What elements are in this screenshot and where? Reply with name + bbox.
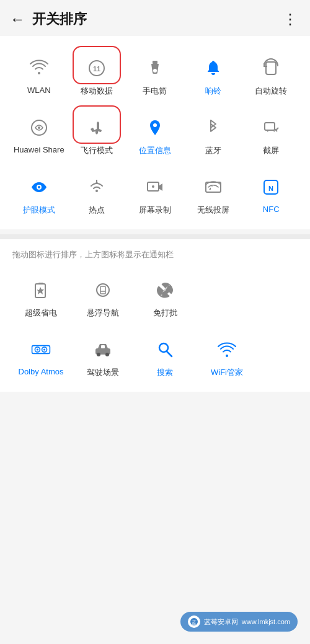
inactive-section: 拖动图标进行排序，上方图标将显示在通知栏 超级省电 [0,239,310,392]
nfc-icon-wrapper: N [257,174,285,201]
grid-item-nfc[interactable]: N NFC [242,167,300,222]
eye-icon [29,177,49,197]
grid-item-super-save[interactable]: 超级省电 [10,270,72,325]
dolby-label: Dolby Atmos [19,367,64,376]
svg-point-6 [38,126,40,129]
search-icon [155,340,175,359]
grid-item-bluetooth[interactable]: 蓝牙 [184,108,242,162]
grid-item-flashlight[interactable]: 手电筒 [126,48,184,103]
wlan-label: WLAN [27,86,51,95]
bell-icon [203,58,223,78]
flashlight-icon [145,58,165,78]
watermark: 蓝 蓝莓安卓网 www.lmkjst.com [180,612,298,632]
grid-item-hotspot[interactable]: 热点 [68,167,126,222]
wlan-icon-wrapper [25,55,53,82]
grid-item-search[interactable]: 搜索 [134,330,196,384]
svg-point-7 [153,123,157,127]
wireless-display-label: 无线投屏 [197,205,229,216]
hint-text: 拖动图标进行排序，上方图标将显示在通知栏 [0,249,310,268]
ringtone-icon-wrapper [200,55,227,82]
grid-item-ringtone[interactable]: 响铃 [184,48,242,103]
svg-point-32 [97,353,100,356]
flashlight-icon-wrapper [141,55,169,82]
eye-comfort-icon-wrapper [25,174,53,201]
huawei-share-label: Huawei Share [14,145,64,154]
super-save-label: 超级省电 [25,307,57,319]
super-save-icon-wrapper [27,276,55,304]
grid-item-wireless-display[interactable]: 无线投屏 [184,167,242,222]
float-nav-label: 悬浮导航 [87,307,119,319]
float-nav-icon-wrapper [89,276,117,304]
section-divider [0,234,310,239]
grid-item-wlan[interactable]: WLAN [10,48,68,103]
wifi-manager-icon [217,340,237,359]
grid-row-1: WLAN 11 移动数据 手电筒 [0,46,310,105]
grid-item-eye-comfort[interactable]: 护眼模式 [10,167,68,222]
svg-text:N: N [268,185,273,192]
grid-item-drive-mode[interactable]: 驾驶场景 [72,330,134,384]
search-icon-wrapper [151,336,179,363]
hotspot-icon-wrapper [83,174,110,201]
grid-item-no-disturb[interactable]: 免打扰 [134,270,196,325]
header-left: ← 开关排序 [10,10,87,29]
grid-item-location[interactable]: 位置信息 [126,108,184,162]
svg-point-28 [37,348,38,350]
svg-rect-2 [153,61,157,64]
rotate-icon-wrapper [257,55,285,82]
grid-item-screenshot[interactable]: 截屏 [242,108,300,162]
screen-record-label: 屏幕录制 [139,205,171,216]
svg-text:11: 11 [93,65,100,73]
airplane-icon-wrapper [83,114,110,141]
grid-row-3: 护眼模式 热点 [0,165,310,224]
wireless-display-icon [203,177,223,197]
svg-point-3 [153,69,157,73]
rotate-icon [261,58,281,78]
wifi-manager-icon-wrapper [213,336,241,363]
grid-item-dolby[interactable]: Dolby Atmos [10,330,72,384]
grid-item-airplane[interactable]: 飞行模式 [68,108,126,162]
wireless-display-icon-wrapper [200,174,227,201]
dolby-icon [31,340,51,359]
svg-point-16 [152,185,154,188]
mobile-data-icon-wrapper: 11 [83,55,110,82]
svg-point-13 [95,190,98,192]
inactive-row-1: 超级省电 悬浮导航 [0,268,310,327]
grid-item-rotate[interactable]: 自动旋转 [242,48,300,103]
flashlight-label: 手电筒 [143,86,167,97]
svg-text:蓝: 蓝 [192,620,197,625]
watermark-text-2: www.lmkjst.com [242,618,290,625]
search-label: 搜索 [157,367,173,378]
eye-comfort-label: 护眼模式 [23,205,55,216]
grid-item-screen-record[interactable]: 屏幕录制 [126,167,184,222]
inactive-row-2: Dolby Atmos 驾驶场景 [0,327,310,387]
bluetooth-icon [203,118,223,138]
drive-mode-label: 驾驶场景 [87,367,119,378]
svg-rect-23 [97,284,109,296]
bluetooth-icon-wrapper [200,114,227,141]
screenshot-icon-wrapper [257,114,285,141]
location-icon [145,118,165,138]
drive-mode-icon-wrapper [89,336,117,363]
svg-point-30 [43,348,45,350]
svg-rect-34 [101,345,105,348]
screen-record-icon-wrapper [141,174,169,201]
nfc-label: NFC [263,205,280,214]
svg-line-10 [276,128,278,130]
back-button[interactable]: ← [10,11,25,28]
grid-item-wifi-manager[interactable]: WiFi管家 [196,330,258,384]
hotspot-icon [87,177,107,197]
svg-rect-8 [265,123,275,130]
wifi-icon [29,58,49,78]
screen-record-icon [145,177,165,197]
svg-rect-24 [100,286,105,294]
grid-item-mobile-data[interactable]: 11 移动数据 [68,48,126,103]
huawei-share-icon-wrapper [25,114,53,141]
screenshot-label: 截屏 [263,145,279,156]
grid-item-huawei-share[interactable]: Huawei Share [10,108,68,162]
watermark-icon: 蓝 [188,615,200,628]
svg-rect-22 [38,283,43,285]
grid-item-float-nav[interactable]: 悬浮导航 [72,270,134,325]
battery-save-icon [31,280,51,300]
svg-rect-18 [211,187,216,190]
more-button[interactable]: ⋮ [283,11,298,28]
